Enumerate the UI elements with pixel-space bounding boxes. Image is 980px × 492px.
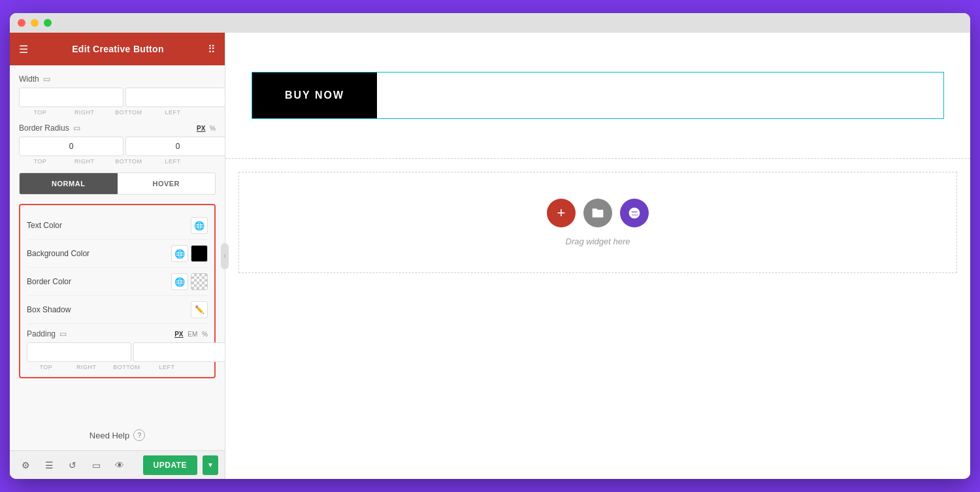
bg-color-row: Background Color 🌐 [27,240,208,268]
hamburger-icon[interactable]: ☰ [19,43,28,56]
sidebar-toolbar: ⚙ ☰ ↺ ▭ 👁 UPDATE ▼ [10,450,225,479]
padding-label: Padding [27,329,56,338]
padding-px-unit[interactable]: PX [174,331,183,338]
padding-field-group: Padding ▭ PX EM % [27,329,208,370]
border-radius-sublabels: TOP RIGHT BOTTOM LEFT [19,158,216,165]
box-shadow-controls: ✏️ [191,301,208,318]
add-widget-button[interactable]: + [547,199,576,227]
padding-sublabel-bottom: BOTTOM [108,364,146,370]
widget-action-buttons: + [547,199,649,227]
box-shadow-label: Box Shadow [27,305,71,314]
widget-drop-zone[interactable]: + Drag widget here [238,172,957,273]
state-tab-row: NORMAL HOVER [19,172,216,195]
main-canvas: BUY NOW + Drag widget here [225,33,970,479]
sidebar-header: ☰ Edit Creative Button ⠿ [10,33,225,65]
sidebar-resize-handle[interactable]: ‹ [221,243,229,269]
need-help-text: Need Help [90,431,129,440]
width-sublabel-left: LEFT [152,109,194,116]
border-radius-top-input[interactable] [19,137,123,156]
padding-top-input[interactable] [27,342,131,362]
border-color-swatch[interactable] [191,273,208,290]
buy-now-button[interactable]: BUY NOW [252,73,377,118]
hover-tab[interactable]: HOVER [118,173,216,194]
update-button[interactable]: UPDATE [143,455,197,475]
normal-tab[interactable]: NORMAL [20,173,118,194]
update-arrow-button[interactable]: ▼ [203,455,218,475]
app-body: ☰ Edit Creative Button ⠿ Width ▭ [10,33,970,479]
br-sublabel-left: LEFT [152,158,194,165]
border-color-label: Border Color [27,277,71,286]
width-field-group: Width ▭ 🔗 TOP RIGHT BOTTOM LEFT [19,74,216,116]
width-input-row: 🔗 [19,88,216,107]
border-radius-input-row: 🔗 [19,137,216,156]
sidebar-content: Width ▭ 🔗 TOP RIGHT BOTTOM LEFT [10,65,225,420]
br-sublabel-top: TOP [19,158,61,165]
pct-unit[interactable]: % [210,125,216,132]
canvas-top-section: BUY NOW [225,33,970,119]
app-window: ☰ Edit Creative Button ⠿ Width ▭ [10,13,970,479]
box-shadow-row: Box Shadow ✏️ [27,296,208,324]
bg-color-label: Background Color [27,249,90,258]
responsive-icon[interactable]: ▭ [87,456,105,474]
sidebar: ☰ Edit Creative Button ⠿ Width ▭ [10,33,225,479]
padding-sublabel-top: TOP [27,364,65,370]
color-settings-panel: Text Color 🌐 Background Color 🌐 [19,204,216,378]
text-color-label: Text Color [27,221,62,230]
bg-color-controls: 🌐 [171,245,208,262]
padding-label-group: Padding ▭ [27,329,67,338]
padding-right-input[interactable] [133,342,225,362]
border-radius-right-input[interactable] [125,137,225,156]
sidebar-title: Edit Creative Button [72,44,164,54]
layers-icon[interactable]: ☰ [40,456,58,474]
width-sublabel-bottom: BOTTOM [108,109,150,116]
widget-extend-area [377,73,943,118]
width-sublabels: TOP RIGHT BOTTOM LEFT [19,109,216,116]
need-help-section: Need Help ? [10,420,225,450]
padding-sublabel-left: LEFT [148,364,186,370]
border-radius-label: Border Radius [19,123,69,133]
bg-color-global-button[interactable]: 🌐 [171,245,188,262]
folder-button[interactable] [583,199,612,227]
padding-header: Padding ▭ PX EM % [27,329,208,338]
box-shadow-edit-button[interactable]: ✏️ [191,301,208,318]
px-unit[interactable]: PX [197,125,205,132]
undo-icon[interactable]: ↺ [63,456,82,474]
eye-icon[interactable]: 👁 [110,456,129,474]
text-color-row: Text Color 🌐 [27,212,208,240]
maximize-dot[interactable] [44,19,52,27]
padding-units: PX EM % [172,331,208,338]
border-radius-units: PX % [194,125,216,132]
grid-icon[interactable]: ⠿ [208,43,216,56]
emoji-button[interactable] [620,199,649,227]
padding-monitor-icon: ▭ [59,329,67,338]
close-dot[interactable] [18,19,25,27]
settings-icon[interactable]: ⚙ [16,456,35,474]
help-circle-icon[interactable]: ? [133,429,145,441]
border-radius-monitor-icon: ▭ [73,123,80,133]
width-right-input[interactable] [125,88,225,107]
padding-input-row: 🔗 [27,342,208,362]
padding-em-unit[interactable]: EM [188,331,197,338]
text-color-global-button[interactable]: 🌐 [191,217,208,234]
bg-color-swatch[interactable] [191,245,208,262]
border-color-global-button[interactable]: 🌐 [171,273,188,290]
width-top-input[interactable] [19,88,123,107]
canvas-divider [225,158,970,159]
width-monitor-icon: ▭ [43,74,50,84]
width-sublabel-right: RIGHT [63,109,106,116]
padding-sublabels: TOP RIGHT BOTTOM LEFT [27,364,208,370]
width-sublabel-top: TOP [19,109,61,116]
border-radius-label-row: Border Radius ▭ PX % [19,123,216,133]
padding-sublabel-right: RIGHT [67,364,106,370]
br-sublabel-bottom: BOTTOM [108,158,150,165]
width-label: Width ▭ [19,74,216,84]
button-widget-container: BUY NOW [252,72,944,119]
br-sublabel-right: RIGHT [63,158,106,165]
drag-widget-text: Drag widget here [566,237,630,246]
padding-pct-unit[interactable]: % [202,331,208,338]
border-color-row: Border Color 🌐 [27,268,208,296]
minimize-dot[interactable] [31,19,39,27]
titlebar [10,13,970,33]
text-color-controls: 🌐 [191,217,208,234]
border-color-controls: 🌐 [171,273,208,290]
